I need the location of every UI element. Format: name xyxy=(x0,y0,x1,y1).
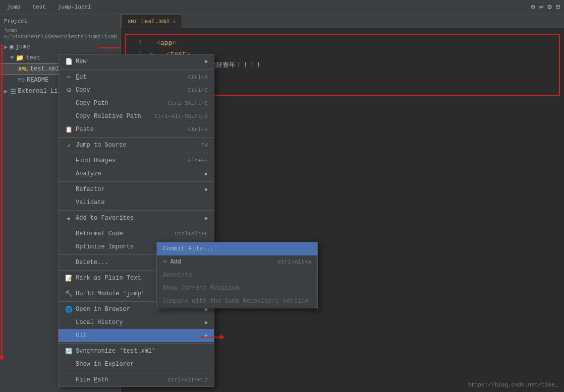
ctx-paste-label: Paste xyxy=(76,126,94,133)
ctx-find-usages[interactable]: Find Usages Alt+F7 xyxy=(59,154,214,167)
analyze-icon xyxy=(65,170,73,178)
optimize-icon xyxy=(65,243,73,251)
browser-icon: 🌐 xyxy=(65,305,73,313)
ctx-browser-label: Open in Browser xyxy=(76,306,130,313)
submenu-annotate: Annotate xyxy=(157,269,317,282)
sep1 xyxy=(59,69,214,70)
ctx-favorites[interactable]: ★ Add to Favorites ▶ xyxy=(59,212,214,225)
context-menu: 📄 New ▶ ✂ Cut Ctrl+X ⧉ Copy Ctrl+C Copy … xyxy=(58,54,214,387)
md-file-icon: MD xyxy=(18,77,25,83)
ctx-copy-path-label: Copy Path xyxy=(76,100,108,107)
annotate-label: Annotate xyxy=(163,272,192,279)
toolbar-jump2[interactable]: jump-label xyxy=(55,3,94,11)
submenu-show-revision: Show Current Revision xyxy=(157,282,317,295)
find-icon xyxy=(65,157,73,165)
expand-icon2: ▼ xyxy=(10,54,14,61)
tree-label-readme: README xyxy=(27,77,48,84)
ctx-history-label: Local History xyxy=(76,319,123,326)
ctx-synchronize[interactable]: 🔄 Synchronize 'test.xml' xyxy=(59,345,214,358)
ctx-jump-label: Jump to Source xyxy=(76,142,127,149)
ctx-analyze[interactable]: Analyze ▶ xyxy=(59,167,214,180)
show-revision-label: Show Current Revision xyxy=(163,285,239,292)
ctx-cut-label: Cut xyxy=(76,74,87,81)
reformat-shortcut: Ctrl+Alt+L xyxy=(175,231,208,237)
ctx-file-path[interactable]: File Path Ctrl+Alt+F12 xyxy=(59,373,214,386)
ctx-paste[interactable]: 📋 Paste Ctrl+V xyxy=(59,123,214,136)
ctx-cut[interactable]: ✂ Cut Ctrl+X xyxy=(59,71,214,84)
ctx-new-label: New xyxy=(76,58,87,65)
toolbar-test[interactable]: test xyxy=(29,3,48,11)
tab-close-icon[interactable]: ✕ xyxy=(173,19,176,25)
add-shortcut: Ctrl+Alt+A xyxy=(278,259,311,265)
expand-icon: ▶ xyxy=(4,43,8,51)
ctx-validate[interactable]: Validate xyxy=(59,196,214,209)
ctx-copy-label: Copy xyxy=(76,87,90,94)
add-label: Add xyxy=(170,258,181,266)
sep4 xyxy=(59,181,214,182)
new-arrow: ▶ xyxy=(205,58,208,64)
ctx-new[interactable]: 📄 New ▶ xyxy=(59,55,214,68)
refactor-icon xyxy=(65,185,73,193)
red-horizontal-arrow xyxy=(98,47,121,48)
ctx-copy[interactable]: ⧉ Copy Ctrl+C xyxy=(59,84,214,97)
gear-icon[interactable]: ⚙ xyxy=(547,3,551,11)
ctx-sync-label: Synchronize 'test.xml' xyxy=(76,348,155,355)
toolbar-jump[interactable]: jump xyxy=(4,3,23,11)
ctx-explorer-label: Show in Explorer xyxy=(76,361,134,368)
new-icon: 📄 xyxy=(65,57,73,66)
commit-label: Commit File... xyxy=(163,245,214,252)
explorer-icon xyxy=(65,360,73,368)
ctx-reformat[interactable]: Reformat Code Ctrl+Alt+L xyxy=(59,227,214,240)
copy-path-shortcut: Ctrl+Shift+C xyxy=(168,100,208,106)
tab-test-xml[interactable]: XML test.xml ✕ xyxy=(121,15,182,28)
tag-name-1: app xyxy=(160,39,172,47)
tab-xml-icon: XML xyxy=(128,19,138,25)
ctx-refactor[interactable]: Refactor ▶ xyxy=(59,183,214,196)
ctx-local-history[interactable]: Local History ▶ xyxy=(59,316,214,329)
tree-item-jump[interactable]: ▶ ▣ jump xyxy=(0,41,121,52)
folder-icon: 📁 xyxy=(16,54,24,62)
build-icon: 🔨 xyxy=(65,290,73,298)
git-arrow: ▶ xyxy=(205,333,208,339)
submenu-compare-repo: Compare with the Same Repository Version xyxy=(157,295,317,308)
history-icon xyxy=(65,318,73,326)
paste-shortcut: Ctrl+V xyxy=(188,126,208,133)
jump-shortcut: F4 xyxy=(201,142,208,148)
submenu-commit[interactable]: Commit File... xyxy=(157,242,317,255)
split-icon[interactable]: ⇌ xyxy=(539,3,543,11)
ctx-validate-label: Validate xyxy=(76,199,105,206)
tag-close-1: > xyxy=(172,39,176,47)
sep12 xyxy=(59,372,214,372)
submenu-add[interactable]: + Add Ctrl+Alt+A xyxy=(157,255,317,269)
red-vertical-arrow xyxy=(1,44,3,357)
ctx-delete-label: Delete... xyxy=(76,259,108,266)
tab-bar: XML test.xml ✕ xyxy=(121,14,564,28)
layout-icon[interactable]: ⊟ xyxy=(556,3,560,11)
ctx-copy-path[interactable]: Copy Path Ctrl+Shift+C xyxy=(59,97,214,110)
ctx-mark-label: Mark as Plain Text xyxy=(76,275,141,282)
git-red-arrow xyxy=(199,337,220,338)
history-arrow: ▶ xyxy=(205,319,208,325)
git-submenu: Commit File... + Add Ctrl+Alt+A Annotate… xyxy=(156,242,318,308)
sep2 xyxy=(59,137,214,138)
analyze-arrow: ▶ xyxy=(205,171,208,177)
favorites-icon: ★ xyxy=(65,214,73,222)
ctx-copy-rel-path[interactable]: Copy Relative Path Ctrl+Alt+Shift+C xyxy=(59,110,214,123)
mark-icon: 📝 xyxy=(65,274,73,282)
add-plus-icon: + xyxy=(163,258,167,266)
reformat-icon xyxy=(65,230,73,238)
top-toolbar: jump test jump-label ⊕ ⇌ ⚙ ⊟ xyxy=(0,0,564,14)
copy-shortcut: Ctrl+C xyxy=(188,87,208,93)
ctx-jump-source[interactable]: ↗ Jump to Source F4 xyxy=(59,139,214,152)
ctx-git[interactable]: Git ▶ xyxy=(59,329,214,342)
find-shortcut: Alt+F7 xyxy=(188,158,208,164)
compare-repo-label: Compare with the Same Repository Version xyxy=(163,298,308,305)
target-icon[interactable]: ⊕ xyxy=(531,3,535,11)
ctx-analyze-label: Analyze xyxy=(76,170,101,177)
ctx-show-explorer[interactable]: Show in Explorer xyxy=(59,358,214,371)
line-num-1: 1 xyxy=(130,39,142,46)
refactor-arrow: ▶ xyxy=(205,186,208,192)
git-icon xyxy=(65,332,73,340)
sidebar-header: Project xyxy=(0,14,121,28)
sync-icon: 🔄 xyxy=(65,347,73,355)
